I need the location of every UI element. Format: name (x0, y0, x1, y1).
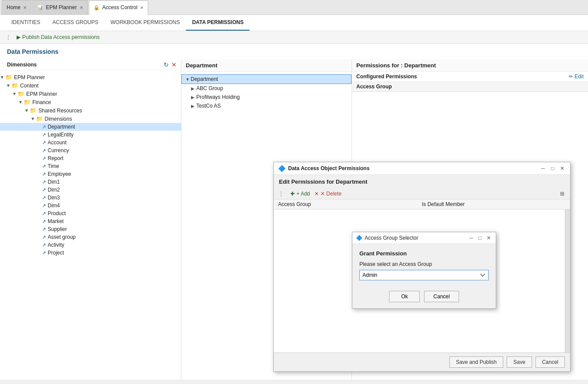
tab-epm-planner[interactable]: 📊 EPM Planner ✕ (32, 0, 88, 14)
home-tab-close[interactable]: ✕ (23, 5, 27, 10)
ags-cancel-btn[interactable]: Cancel (424, 291, 459, 302)
daop-titlebar: 🔷 Data Access Object Permissions ─ □ ✕ (274, 162, 570, 175)
tree-label: Dim4 (48, 202, 60, 209)
tree-item-time[interactable]: ↗Time (0, 162, 181, 170)
section-title: Data Permissions (0, 44, 588, 59)
daop-maximize-btn[interactable]: □ (549, 165, 556, 172)
department-pane-header: Department (181, 59, 351, 72)
col-access-group: Access Group (278, 201, 422, 207)
toggle-icon: ▼ (12, 91, 17, 96)
tree-label: Activity (48, 242, 64, 248)
ags-close-btn[interactable]: ✕ (485, 234, 492, 241)
access-tab-label: Access Control (102, 4, 138, 10)
ags-ok-btn[interactable]: Ok (389, 291, 420, 302)
dimension-icon: ↗ (42, 227, 46, 232)
ags-minimize-btn[interactable]: ─ (468, 234, 475, 241)
daop-footer: Save and Publish Save Cancel (274, 353, 570, 371)
tab-identities[interactable]: IDENTITIES (5, 15, 46, 31)
tree-item-activity[interactable]: ↗Activity (0, 241, 181, 249)
tree-item-epm-planner[interactable]: ▼📁EPM Planner (0, 73, 181, 81)
folder-icon: 📁 (30, 107, 37, 114)
tree-item-supplier[interactable]: ↗Supplier (0, 225, 181, 233)
tree-label: LegalEntity (48, 132, 73, 138)
tree-item-epm-planner[interactable]: ▼📁EPM Planner (0, 90, 181, 98)
refresh-btn[interactable]: ↻ (164, 61, 169, 68)
tree-label: Finance (32, 99, 51, 105)
tab-home[interactable]: Home ✕ (2, 0, 31, 14)
tree-item-asset-group[interactable]: ↗Asset group (0, 233, 181, 241)
tree-label: Supplier (48, 226, 67, 232)
access-tab-close[interactable]: ✕ (140, 5, 143, 10)
grant-permission-title: Grant Permission (359, 250, 489, 257)
folder-icon: 📁 (17, 91, 24, 97)
dimension-icon: ↗ (42, 187, 46, 193)
folder-icon: 📁 (24, 99, 31, 105)
daop-controls: ─ □ ✕ (539, 165, 566, 172)
drag-handle-icon: ⋮ (5, 34, 11, 41)
tab-workbook-permissions[interactable]: WORKBOOK PERMISSIONS (104, 15, 186, 31)
tab-data-permissions[interactable]: DATA PERMISSIONS (186, 15, 250, 31)
daop-subtitle: Edit Permissions for Department (274, 175, 570, 189)
delete-permission-btn[interactable]: ✕ ✕ Delete (314, 191, 341, 197)
dept-label: ABC Group (196, 85, 223, 91)
clear-btn[interactable]: ✕ (171, 61, 177, 68)
dimension-icon: ↗ (42, 203, 46, 209)
tree-item-product[interactable]: ↗Product (0, 209, 181, 217)
daop-minimize-btn[interactable]: ─ (539, 165, 546, 172)
ags-controls: ─ □ ✕ (468, 234, 492, 241)
save-publish-btn[interactable]: Save and Publish (449, 356, 503, 368)
dimension-icon: ↗ (42, 242, 46, 248)
tree-item-currency[interactable]: ↗Currency (0, 147, 181, 154)
ags-titlebar: 🔷 Access Group Selector ─ □ ✕ (352, 232, 496, 244)
tree-item-account[interactable]: ↗Account (0, 139, 181, 147)
tree-item-department[interactable]: ↗Department (0, 123, 181, 131)
epm-tab-close[interactable]: ✕ (80, 5, 83, 10)
save-btn[interactable]: Save (507, 356, 532, 368)
ags-title-left: 🔷 Access Group Selector (356, 235, 418, 241)
tree-item-report[interactable]: ↗Report (0, 154, 181, 162)
dept-item-testco-as[interactable]: ▶ TestCo AS (181, 101, 351, 110)
epm-tab-icon: 📊 (37, 5, 43, 10)
tree-item-finance[interactable]: ▼📁Finance (0, 98, 181, 106)
ags-maximize-btn[interactable]: □ (477, 234, 484, 241)
dimension-icon: ↗ (42, 211, 46, 216)
daop-toolbar-expand[interactable]: ⊞ (559, 190, 566, 197)
tree-item-content[interactable]: ▼📁Content (0, 81, 181, 90)
tree-item-dim2[interactable]: ↗Dim2 (0, 186, 181, 194)
dimension-icon: ↗ (42, 250, 46, 256)
tab-access-control[interactable]: 🔒 Access Control ✕ (89, 0, 149, 15)
add-permission-btn[interactable]: ✚ + Add (290, 191, 310, 197)
daop-drag-handle: ⋮ (278, 190, 284, 197)
tree-item-dim3[interactable]: ↗Dim3 (0, 194, 181, 202)
toggle-icon: ▼ (6, 83, 11, 88)
dept-item-abc-group[interactable]: ▶ ABC Group (181, 84, 351, 93)
tree-label: Dim2 (48, 187, 60, 193)
tree-item-dim1[interactable]: ↗Dim1 (0, 178, 181, 186)
dimension-icon: ↗ (42, 171, 46, 177)
dept-item-profitways-holding[interactable]: ▶ Profitways Holding (181, 93, 351, 101)
dimension-icon: ↗ (42, 195, 46, 201)
tree-item-dim4[interactable]: ↗Dim4 (0, 202, 181, 209)
edit-link[interactable]: ✏ Edit (569, 73, 584, 80)
daop-title-left: 🔷 Data Access Object Permissions (278, 165, 369, 172)
tree-label: Dim1 (48, 179, 60, 185)
tree-item-dimensions[interactable]: ▼📁Dimensions (0, 115, 181, 123)
tree-item-project[interactable]: ↗Project (0, 249, 181, 257)
dept-label: TestCo AS (196, 103, 221, 109)
tab-access-groups[interactable]: ACCESS GROUPS (46, 15, 104, 31)
dimensions-title: Dimensions (7, 62, 37, 68)
dept-item-department[interactable]: ▼ Department (181, 74, 351, 84)
tree-item-employee[interactable]: ↗Employee (0, 170, 181, 178)
publish-btn[interactable]: ▶ Publish Data Access permissions (17, 34, 100, 40)
daop-close-btn[interactable]: ✕ (559, 165, 566, 172)
dimensions-tree: ▼📁EPM Planner▼📁Content▼📁EPM Planner▼📁Fin… (0, 70, 181, 380)
tree-item-legalentity[interactable]: ↗LegalEntity (0, 131, 181, 139)
dimensions-header: Dimensions ↻ ✕ (0, 59, 181, 70)
folder-icon: 📁 (11, 82, 18, 89)
daop-scrollbar[interactable] (565, 209, 570, 353)
tree-item-shared-resources[interactable]: ▼📁Shared Resources (0, 106, 181, 115)
access-group-select[interactable]: AdminFinanceHRITManagement (359, 270, 489, 280)
tree-item-market[interactable]: ↗Market (0, 217, 181, 225)
cancel-daop-btn[interactable]: Cancel (536, 356, 565, 368)
home-tab-label: Home (7, 4, 21, 10)
